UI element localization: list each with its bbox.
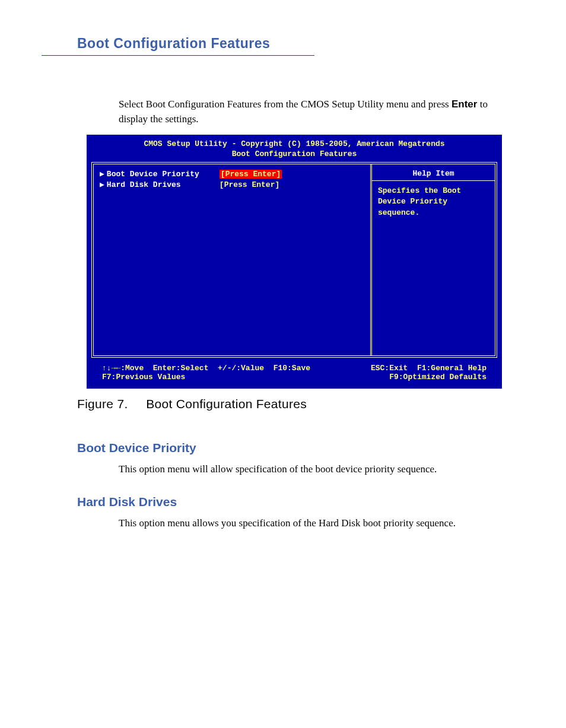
bios-footer: ↑↓→←:Move Enter:Select +/-/:Value F10:Sa… (87, 358, 502, 389)
bios-body: ▶ Boot Device Priority [Press Enter] ▶ H… (91, 162, 497, 358)
menu-value: [Press Enter] (220, 170, 282, 179)
bios-screenshot: CMOS Setup Utility - Copyright (C) 1985-… (87, 135, 502, 389)
subheading-hard-disk-drives: Hard Disk Drives (42, 495, 519, 509)
divider (372, 180, 495, 181)
footer-f7: F7:Previous Values (102, 373, 185, 382)
section-body: This option menu allows you specificatio… (119, 516, 519, 531)
figure-title: Boot Configuration Features (146, 397, 307, 411)
intro-pre: Select Boot Configuration Features from … (119, 98, 451, 110)
figure-number: Figure 7. (77, 397, 128, 411)
menu-item-boot-device-priority[interactable]: ▶ Boot Device Priority [Press Enter] (100, 169, 364, 179)
triangle-right-icon: ▶ (100, 169, 104, 179)
figure-caption: Figure 7. Boot Configuration Features (77, 397, 519, 411)
menu-label: Boot Device Priority (107, 170, 220, 179)
footer-esc-help: ESC:Exit F1:General Help (371, 364, 486, 373)
bios-subtitle: Boot Configuration Features (87, 148, 502, 162)
menu-label: Hard Disk Drives (107, 180, 220, 189)
help-body: Specifies the Boot Device Priority seque… (378, 186, 489, 218)
triangle-right-icon: ▶ (100, 180, 104, 189)
footer-nav-keys: ↑↓→←:Move Enter:Select +/-/:Value F10:Sa… (102, 364, 310, 373)
intro-paragraph: Select Boot Configuration Features from … (119, 97, 519, 126)
section-body: This option menu will allow specificatio… (119, 462, 519, 477)
menu-item-hard-disk-drives[interactable]: ▶ Hard Disk Drives [Press Enter] (100, 180, 364, 189)
menu-value: [Press Enter] (220, 180, 279, 189)
subheading-boot-device-priority: Boot Device Priority (42, 441, 519, 455)
page-heading: Boot Configuration Features (42, 36, 314, 52)
bios-help-panel: Help Item Specifies the Boot Device Prio… (370, 164, 495, 355)
bios-menu[interactable]: ▶ Boot Device Priority [Press Enter] ▶ H… (94, 164, 370, 355)
help-title: Help Item (378, 169, 489, 178)
intro-enter: Enter (451, 98, 477, 110)
bios-title: CMOS Setup Utility - Copyright (C) 1985-… (87, 135, 502, 148)
footer-f9: F9:Optimized Defaults (389, 373, 486, 382)
